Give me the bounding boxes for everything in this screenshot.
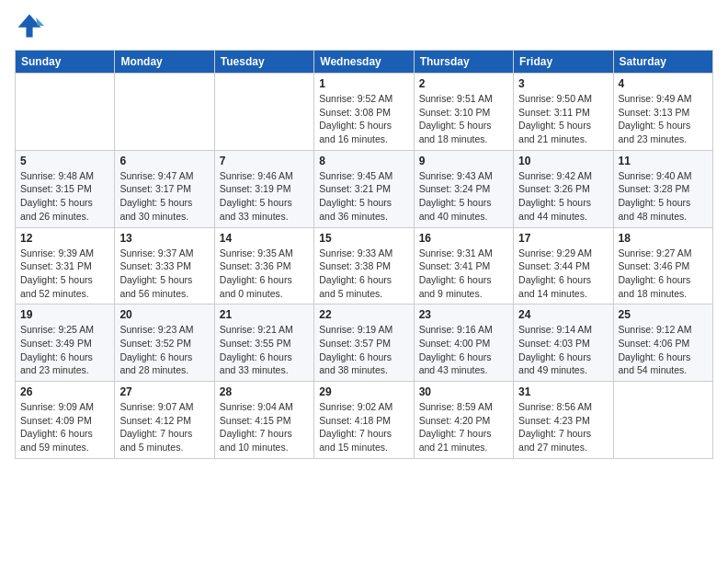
day-number: 3 <box>518 77 608 90</box>
calendar-week-row: 19Sunrise: 9:25 AM Sunset: 3:49 PM Dayli… <box>16 304 713 382</box>
calendar-day-cell: 2Sunrise: 9:51 AM Sunset: 3:10 PM Daylig… <box>414 74 513 151</box>
calendar-day-cell: 18Sunrise: 9:27 AM Sunset: 3:46 PM Dayli… <box>613 227 712 304</box>
calendar-day-cell: 6Sunrise: 9:47 AM Sunset: 3:17 PM Daylig… <box>115 150 214 227</box>
calendar-day-cell: 29Sunrise: 9:02 AM Sunset: 4:18 PM Dayli… <box>314 382 414 459</box>
day-number: 14 <box>220 232 309 245</box>
weekday-header-row: SundayMondayTuesdayWednesdayThursdayFrid… <box>16 51 713 74</box>
calendar-day-cell: 23Sunrise: 9:16 AM Sunset: 4:00 PM Dayli… <box>414 304 513 382</box>
calendar-day-cell: 8Sunrise: 9:45 AM Sunset: 3:21 PM Daylig… <box>314 150 414 227</box>
calendar-day-cell: 9Sunrise: 9:43 AM Sunset: 3:24 PM Daylig… <box>414 150 513 227</box>
day-number: 19 <box>20 308 109 321</box>
calendar-day-cell: 1Sunrise: 9:52 AM Sunset: 3:08 PM Daylig… <box>314 74 414 151</box>
calendar-week-row: 5Sunrise: 9:48 AM Sunset: 3:15 PM Daylig… <box>16 150 713 227</box>
day-info: Sunrise: 9:23 AM Sunset: 3:52 PM Dayligh… <box>119 323 209 377</box>
day-number: 1 <box>319 77 408 90</box>
calendar-empty-cell <box>613 382 712 459</box>
calendar-day-cell: 30Sunrise: 8:59 AM Sunset: 4:20 PM Dayli… <box>414 382 513 459</box>
calendar-day-cell: 7Sunrise: 9:46 AM Sunset: 3:19 PM Daylig… <box>214 150 313 227</box>
day-info: Sunrise: 9:49 AM Sunset: 3:13 PM Dayligh… <box>619 92 708 146</box>
calendar-week-row: 1Sunrise: 9:52 AM Sunset: 3:08 PM Daylig… <box>16 74 713 151</box>
weekday-header-monday: Monday <box>115 51 214 74</box>
day-info: Sunrise: 9:16 AM Sunset: 4:00 PM Dayligh… <box>419 323 508 377</box>
day-info: Sunrise: 9:19 AM Sunset: 3:57 PM Dayligh… <box>319 323 408 377</box>
calendar-day-cell: 13Sunrise: 9:37 AM Sunset: 3:33 PM Dayli… <box>115 227 214 304</box>
day-number: 22 <box>319 308 408 321</box>
day-number: 30 <box>419 385 508 398</box>
day-info: Sunrise: 9:07 AM Sunset: 4:12 PM Dayligh… <box>119 400 209 454</box>
header <box>15 11 713 40</box>
day-number: 21 <box>220 308 309 321</box>
day-number: 5 <box>20 155 109 167</box>
day-number: 29 <box>319 385 408 398</box>
day-info: Sunrise: 8:59 AM Sunset: 4:20 PM Dayligh… <box>419 400 508 454</box>
day-info: Sunrise: 9:48 AM Sunset: 3:15 PM Dayligh… <box>20 169 109 224</box>
svg-marker-0 <box>18 15 41 38</box>
weekday-header-saturday: Saturday <box>613 51 712 74</box>
day-number: 31 <box>518 385 608 398</box>
weekday-header-friday: Friday <box>514 51 613 74</box>
calendar-empty-cell <box>214 74 313 151</box>
day-info: Sunrise: 9:14 AM Sunset: 4:03 PM Dayligh… <box>518 323 608 377</box>
day-number: 11 <box>619 155 708 167</box>
day-info: Sunrise: 9:46 AM Sunset: 3:19 PM Dayligh… <box>220 169 309 224</box>
calendar-day-cell: 12Sunrise: 9:39 AM Sunset: 3:31 PM Dayli… <box>16 227 115 304</box>
day-number: 26 <box>20 385 109 398</box>
day-info: Sunrise: 9:09 AM Sunset: 4:09 PM Dayligh… <box>20 400 109 454</box>
calendar-empty-cell <box>115 74 214 151</box>
calendar-day-cell: 16Sunrise: 9:31 AM Sunset: 3:41 PM Dayli… <box>414 227 513 304</box>
day-number: 13 <box>119 232 209 245</box>
day-info: Sunrise: 8:56 AM Sunset: 4:23 PM Dayligh… <box>518 400 608 454</box>
calendar-day-cell: 27Sunrise: 9:07 AM Sunset: 4:12 PM Dayli… <box>115 382 214 459</box>
day-info: Sunrise: 9:31 AM Sunset: 3:41 PM Dayligh… <box>419 247 508 301</box>
day-number: 27 <box>119 385 209 398</box>
day-number: 23 <box>419 308 508 321</box>
calendar-day-cell: 21Sunrise: 9:21 AM Sunset: 3:55 PM Dayli… <box>214 304 313 382</box>
calendar-day-cell: 14Sunrise: 9:35 AM Sunset: 3:36 PM Dayli… <box>214 227 313 304</box>
calendar-day-cell: 25Sunrise: 9:12 AM Sunset: 4:06 PM Dayli… <box>613 304 712 382</box>
calendar-day-cell: 4Sunrise: 9:49 AM Sunset: 3:13 PM Daylig… <box>613 74 712 151</box>
day-number: 2 <box>419 77 508 90</box>
weekday-header-tuesday: Tuesday <box>214 51 313 74</box>
day-info: Sunrise: 9:12 AM Sunset: 4:06 PM Dayligh… <box>619 323 708 377</box>
day-number: 20 <box>119 308 209 321</box>
calendar-week-row: 12Sunrise: 9:39 AM Sunset: 3:31 PM Dayli… <box>16 227 713 304</box>
day-info: Sunrise: 9:21 AM Sunset: 3:55 PM Dayligh… <box>220 323 309 377</box>
day-number: 4 <box>619 77 708 90</box>
weekday-header-wednesday: Wednesday <box>314 51 414 74</box>
day-number: 12 <box>20 232 109 245</box>
calendar-week-row: 26Sunrise: 9:09 AM Sunset: 4:09 PM Dayli… <box>16 382 713 459</box>
day-number: 18 <box>619 232 708 245</box>
day-info: Sunrise: 9:43 AM Sunset: 3:24 PM Dayligh… <box>419 169 508 224</box>
weekday-header-thursday: Thursday <box>414 51 513 74</box>
calendar-day-cell: 22Sunrise: 9:19 AM Sunset: 3:57 PM Dayli… <box>314 304 414 382</box>
calendar-day-cell: 10Sunrise: 9:42 AM Sunset: 3:26 PM Dayli… <box>514 150 613 227</box>
calendar-day-cell: 3Sunrise: 9:50 AM Sunset: 3:11 PM Daylig… <box>514 74 613 151</box>
day-number: 17 <box>518 232 608 245</box>
calendar: SundayMondayTuesdayWednesdayThursdayFrid… <box>15 50 713 459</box>
day-info: Sunrise: 9:47 AM Sunset: 3:17 PM Dayligh… <box>119 169 209 224</box>
day-number: 16 <box>419 232 508 245</box>
day-number: 24 <box>518 308 608 321</box>
day-info: Sunrise: 9:37 AM Sunset: 3:33 PM Dayligh… <box>119 247 209 301</box>
calendar-day-cell: 26Sunrise: 9:09 AM Sunset: 4:09 PM Dayli… <box>16 382 115 459</box>
calendar-day-cell: 19Sunrise: 9:25 AM Sunset: 3:49 PM Dayli… <box>16 304 115 382</box>
day-number: 25 <box>619 308 708 321</box>
day-info: Sunrise: 9:51 AM Sunset: 3:10 PM Dayligh… <box>419 92 508 146</box>
calendar-day-cell: 11Sunrise: 9:40 AM Sunset: 3:28 PM Dayli… <box>613 150 712 227</box>
day-info: Sunrise: 9:04 AM Sunset: 4:15 PM Dayligh… <box>220 400 309 454</box>
day-info: Sunrise: 9:39 AM Sunset: 3:31 PM Dayligh… <box>20 247 109 301</box>
day-info: Sunrise: 9:35 AM Sunset: 3:36 PM Dayligh… <box>220 247 309 301</box>
logo-icon <box>15 11 44 40</box>
calendar-day-cell: 15Sunrise: 9:33 AM Sunset: 3:38 PM Dayli… <box>314 227 414 304</box>
day-info: Sunrise: 9:27 AM Sunset: 3:46 PM Dayligh… <box>619 247 708 301</box>
calendar-day-cell: 28Sunrise: 9:04 AM Sunset: 4:15 PM Dayli… <box>214 382 313 459</box>
calendar-day-cell: 31Sunrise: 8:56 AM Sunset: 4:23 PM Dayli… <box>514 382 613 459</box>
day-info: Sunrise: 9:29 AM Sunset: 3:44 PM Dayligh… <box>518 247 608 301</box>
day-info: Sunrise: 9:45 AM Sunset: 3:21 PM Dayligh… <box>319 169 408 224</box>
day-info: Sunrise: 9:50 AM Sunset: 3:11 PM Dayligh… <box>518 92 608 146</box>
page: SundayMondayTuesdayWednesdayThursdayFrid… <box>0 0 728 563</box>
calendar-day-cell: 5Sunrise: 9:48 AM Sunset: 3:15 PM Daylig… <box>16 150 115 227</box>
day-number: 7 <box>220 155 309 167</box>
weekday-header-sunday: Sunday <box>16 51 115 74</box>
day-info: Sunrise: 9:25 AM Sunset: 3:49 PM Dayligh… <box>20 323 109 377</box>
